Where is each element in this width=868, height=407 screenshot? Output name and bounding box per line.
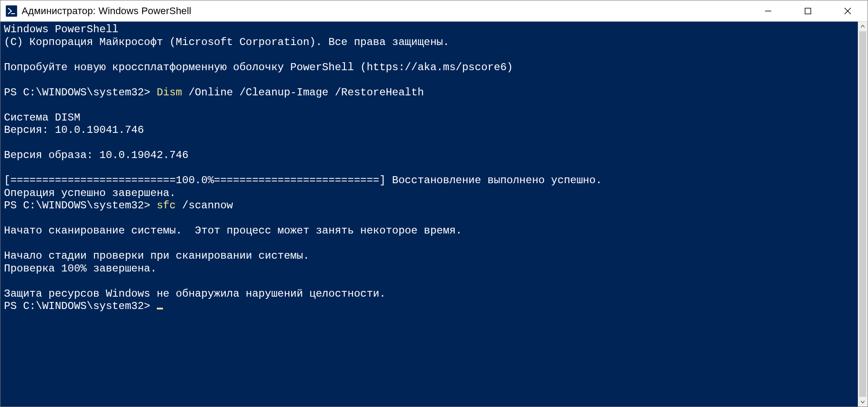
scroll-down-arrow-icon[interactable] [858, 397, 868, 407]
prompt1-prefix: PS C:\WINDOWS\system32> [4, 87, 157, 98]
svg-rect-2 [805, 8, 811, 14]
line-promo: Попробуйте новую кроссплатформенную обол… [4, 61, 513, 73]
prompt1-args: /Online /Cleanup-Image /RestoreHealth [182, 87, 424, 98]
close-button[interactable] [828, 0, 868, 21]
prompt2-prefix: PS C:\WINDOWS\system32> [4, 200, 157, 211]
maximize-icon [804, 8, 811, 15]
terminal-output[interactable]: Windows PowerShell (C) Корпорация Майкро… [0, 22, 858, 407]
close-icon [844, 7, 852, 15]
client-area: Windows PowerShell (C) Корпорация Майкро… [0, 22, 868, 407]
powershell-icon [6, 5, 17, 17]
prompt2-command: sfc [157, 200, 176, 211]
powershell-window: Администратор: Windows PowerShell [0, 0, 868, 407]
cursor [157, 308, 163, 309]
minimize-icon [765, 8, 772, 15]
prompt3-prefix: PS C:\WINDOWS\system32> [4, 300, 157, 312]
titlebar[interactable]: Администратор: Windows PowerShell [0, 0, 868, 22]
title-left: Администратор: Windows PowerShell [0, 5, 191, 17]
line-image-version: Версия образа: 10.0.19042.746 [4, 149, 189, 161]
line-scan-started: Начато сканирование системы. Этот процес… [4, 225, 462, 237]
line-scan-result: Защита ресурсов Windows не обнаружила на… [4, 288, 386, 300]
vertical-scrollbar[interactable] [858, 22, 868, 407]
window-title: Администратор: Windows PowerShell [22, 5, 191, 17]
prompt2-args: /scannow [176, 200, 233, 211]
line-scan-stage: Начало стадии проверки при сканировании … [4, 250, 309, 262]
prompt1-command: Dism [157, 87, 182, 98]
window-controls [748, 0, 868, 21]
line-dism-version: Версия: 10.0.19041.746 [4, 124, 144, 136]
maximize-button[interactable] [788, 0, 828, 21]
line-dism-system: Cистема DISM [4, 112, 80, 124]
scrollbar-track[interactable] [858, 31, 868, 397]
scrollbar-thumb[interactable] [859, 31, 866, 397]
line-header1: Windows PowerShell [4, 23, 118, 35]
scroll-up-arrow-icon[interactable] [858, 22, 868, 31]
line-header2: (C) Корпорация Майкрософт (Microsoft Cor… [4, 36, 449, 48]
line-scan-progress: Проверка 100% завершена. [4, 263, 157, 275]
line-progress: [==========================100.0%=======… [4, 174, 602, 186]
minimize-button[interactable] [748, 0, 788, 21]
line-operation-done: Операция успешно завершена. [4, 187, 176, 199]
